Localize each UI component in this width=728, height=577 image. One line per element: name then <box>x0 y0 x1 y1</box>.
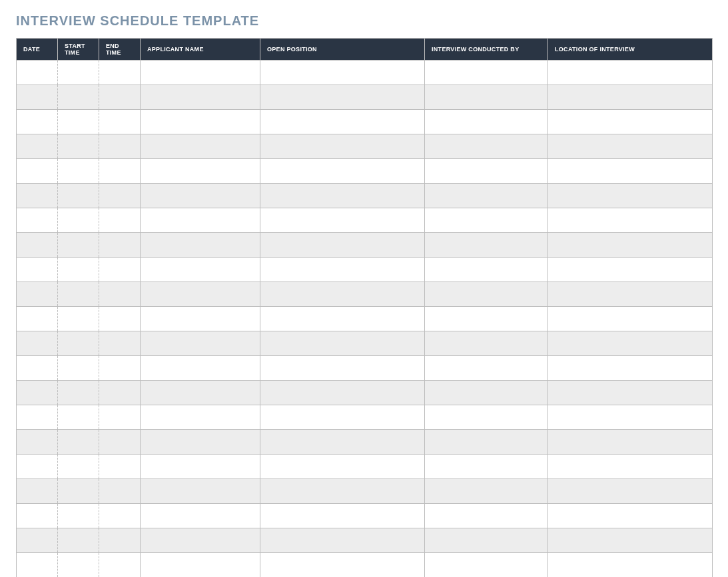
cell-interview-conducted-by[interactable] <box>425 430 548 455</box>
cell-end-time[interactable] <box>99 233 141 258</box>
cell-interview-conducted-by[interactable] <box>425 110 548 134</box>
cell-interview-conducted-by[interactable] <box>425 159 548 184</box>
cell-start-time[interactable] <box>58 134 99 159</box>
cell-location-of-interview[interactable] <box>548 159 713 184</box>
cell-end-time[interactable] <box>99 282 141 307</box>
cell-interview-conducted-by[interactable] <box>425 61 548 85</box>
cell-applicant-name[interactable] <box>141 110 260 134</box>
cell-applicant-name[interactable] <box>141 258 260 282</box>
cell-open-position[interactable] <box>260 307 425 331</box>
cell-open-position[interactable] <box>260 553 425 578</box>
cell-location-of-interview[interactable] <box>548 479 713 504</box>
cell-applicant-name[interactable] <box>141 553 260 578</box>
cell-start-time[interactable] <box>58 504 99 528</box>
cell-start-time[interactable] <box>58 528 99 553</box>
cell-open-position[interactable] <box>260 504 425 528</box>
cell-applicant-name[interactable] <box>141 455 260 479</box>
cell-open-position[interactable] <box>260 282 425 307</box>
cell-date[interactable] <box>17 528 58 553</box>
cell-applicant-name[interactable] <box>141 134 260 159</box>
cell-date[interactable] <box>17 504 58 528</box>
cell-date[interactable] <box>17 110 58 134</box>
cell-end-time[interactable] <box>99 381 141 405</box>
cell-interview-conducted-by[interactable] <box>425 405 548 430</box>
cell-date[interactable] <box>17 405 58 430</box>
cell-start-time[interactable] <box>58 455 99 479</box>
cell-interview-conducted-by[interactable] <box>425 307 548 331</box>
cell-date[interactable] <box>17 233 58 258</box>
cell-end-time[interactable] <box>99 479 141 504</box>
cell-location-of-interview[interactable] <box>548 85 713 110</box>
cell-location-of-interview[interactable] <box>548 528 713 553</box>
cell-interview-conducted-by[interactable] <box>425 134 548 159</box>
cell-end-time[interactable] <box>99 307 141 331</box>
cell-location-of-interview[interactable] <box>548 405 713 430</box>
cell-open-position[interactable] <box>260 184 425 208</box>
cell-location-of-interview[interactable] <box>548 307 713 331</box>
cell-applicant-name[interactable] <box>141 233 260 258</box>
cell-interview-conducted-by[interactable] <box>425 356 548 381</box>
cell-location-of-interview[interactable] <box>548 110 713 134</box>
cell-start-time[interactable] <box>58 282 99 307</box>
cell-end-time[interactable] <box>99 331 141 356</box>
cell-open-position[interactable] <box>260 528 425 553</box>
cell-end-time[interactable] <box>99 258 141 282</box>
cell-open-position[interactable] <box>260 134 425 159</box>
cell-location-of-interview[interactable] <box>548 208 713 233</box>
cell-interview-conducted-by[interactable] <box>425 184 548 208</box>
cell-end-time[interactable] <box>99 85 141 110</box>
cell-location-of-interview[interactable] <box>548 381 713 405</box>
cell-applicant-name[interactable] <box>141 85 260 110</box>
cell-open-position[interactable] <box>260 356 425 381</box>
cell-date[interactable] <box>17 61 58 85</box>
cell-end-time[interactable] <box>99 208 141 233</box>
cell-open-position[interactable] <box>260 455 425 479</box>
cell-date[interactable] <box>17 208 58 233</box>
cell-interview-conducted-by[interactable] <box>425 258 548 282</box>
cell-applicant-name[interactable] <box>141 61 260 85</box>
cell-applicant-name[interactable] <box>141 307 260 331</box>
cell-open-position[interactable] <box>260 381 425 405</box>
cell-location-of-interview[interactable] <box>548 184 713 208</box>
cell-end-time[interactable] <box>99 134 141 159</box>
cell-date[interactable] <box>17 331 58 356</box>
cell-end-time[interactable] <box>99 356 141 381</box>
cell-date[interactable] <box>17 85 58 110</box>
cell-location-of-interview[interactable] <box>548 258 713 282</box>
cell-date[interactable] <box>17 381 58 405</box>
cell-end-time[interactable] <box>99 553 141 578</box>
cell-start-time[interactable] <box>58 307 99 331</box>
cell-applicant-name[interactable] <box>141 208 260 233</box>
cell-start-time[interactable] <box>58 85 99 110</box>
cell-end-time[interactable] <box>99 110 141 134</box>
cell-applicant-name[interactable] <box>141 159 260 184</box>
cell-applicant-name[interactable] <box>141 504 260 528</box>
cell-interview-conducted-by[interactable] <box>425 381 548 405</box>
cell-start-time[interactable] <box>58 430 99 455</box>
cell-start-time[interactable] <box>58 110 99 134</box>
cell-open-position[interactable] <box>260 258 425 282</box>
cell-open-position[interactable] <box>260 208 425 233</box>
cell-location-of-interview[interactable] <box>548 134 713 159</box>
cell-interview-conducted-by[interactable] <box>425 85 548 110</box>
cell-date[interactable] <box>17 282 58 307</box>
cell-start-time[interactable] <box>58 184 99 208</box>
cell-end-time[interactable] <box>99 455 141 479</box>
cell-open-position[interactable] <box>260 331 425 356</box>
cell-end-time[interactable] <box>99 528 141 553</box>
cell-location-of-interview[interactable] <box>548 233 713 258</box>
cell-start-time[interactable] <box>58 356 99 381</box>
cell-open-position[interactable] <box>260 110 425 134</box>
cell-interview-conducted-by[interactable] <box>425 233 548 258</box>
cell-applicant-name[interactable] <box>141 356 260 381</box>
cell-interview-conducted-by[interactable] <box>425 504 548 528</box>
cell-start-time[interactable] <box>58 381 99 405</box>
cell-location-of-interview[interactable] <box>548 61 713 85</box>
cell-start-time[interactable] <box>58 258 99 282</box>
cell-end-time[interactable] <box>99 184 141 208</box>
cell-interview-conducted-by[interactable] <box>425 208 548 233</box>
cell-date[interactable] <box>17 134 58 159</box>
cell-end-time[interactable] <box>99 61 141 85</box>
cell-location-of-interview[interactable] <box>548 282 713 307</box>
cell-date[interactable] <box>17 159 58 184</box>
